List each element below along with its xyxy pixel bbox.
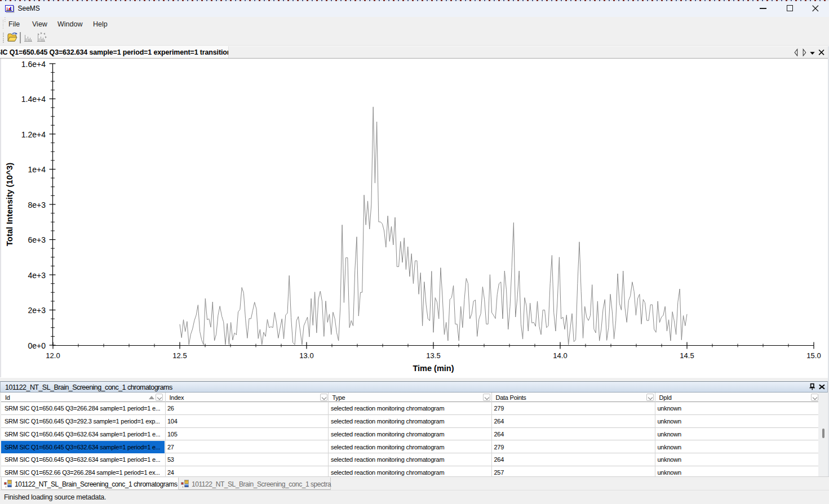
svg-text:14.5: 14.5: [680, 351, 694, 360]
svg-text:1.6e+4: 1.6e+4: [21, 60, 46, 69]
svg-text:Time (min): Time (min): [413, 364, 454, 373]
svg-text:4e+3: 4e+3: [28, 271, 46, 280]
svg-text:13.5: 13.5: [426, 351, 440, 360]
svg-text:1.2e+4: 1.2e+4: [21, 130, 46, 139]
svg-text:2e+3: 2e+3: [28, 306, 46, 315]
svg-text:6e+3: 6e+3: [28, 235, 46, 244]
svg-text:12.0: 12.0: [46, 351, 60, 360]
svg-text:1e+4: 1e+4: [28, 165, 46, 174]
svg-text:Total Intensity (10^3): Total Intensity (10^3): [5, 163, 14, 247]
svg-text:0e+0: 0e+0: [28, 341, 46, 350]
svg-text:15.0: 15.0: [806, 351, 821, 360]
svg-text:1.4e+4: 1.4e+4: [21, 95, 46, 104]
svg-text:8e+3: 8e+3: [28, 200, 46, 209]
svg-text:13.0: 13.0: [299, 351, 313, 360]
svg-text:12.5: 12.5: [172, 351, 187, 360]
svg-text:14.0: 14.0: [553, 351, 567, 360]
